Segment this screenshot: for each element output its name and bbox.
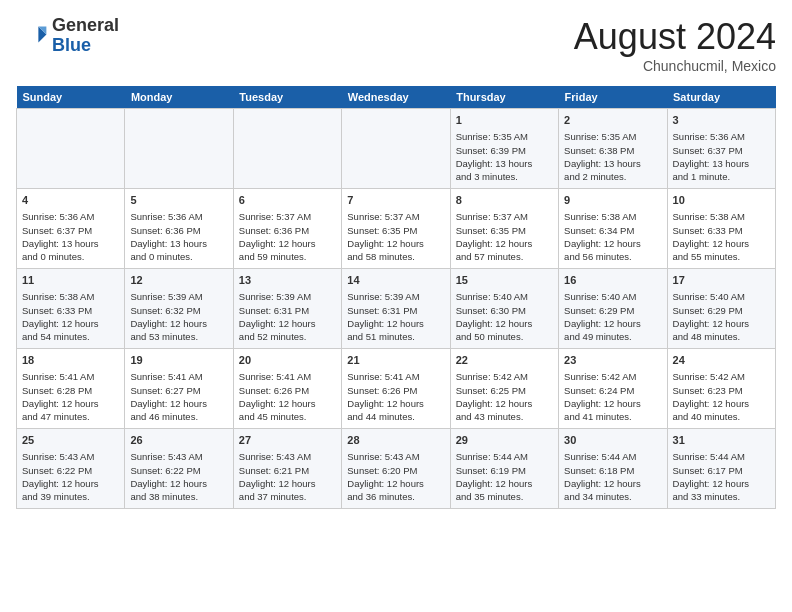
day-info-line: Daylight: 12 hours: [564, 477, 661, 490]
day-info-line: Daylight: 12 hours: [239, 317, 336, 330]
day-info-line: Daylight: 12 hours: [564, 237, 661, 250]
day-info-line: Sunrise: 5:39 AM: [239, 290, 336, 303]
day-info-line: Daylight: 12 hours: [239, 397, 336, 410]
day-info-line: Sunset: 6:20 PM: [347, 464, 444, 477]
day-info-line: Sunset: 6:21 PM: [239, 464, 336, 477]
day-info-line: Sunrise: 5:36 AM: [130, 210, 227, 223]
empty-cell: [233, 109, 341, 189]
day-info-line: and 1 minute.: [673, 170, 770, 183]
day-info-line: Sunset: 6:22 PM: [130, 464, 227, 477]
day-info-line: Sunset: 6:37 PM: [673, 144, 770, 157]
day-number: 8: [456, 193, 553, 208]
day-cell-26: 26Sunrise: 5:43 AMSunset: 6:22 PMDayligh…: [125, 429, 233, 509]
day-info-line: Daylight: 13 hours: [673, 157, 770, 170]
column-header-monday: Monday: [125, 86, 233, 109]
day-info-line: Daylight: 12 hours: [456, 237, 553, 250]
day-info-line: Sunrise: 5:38 AM: [22, 290, 119, 303]
day-number: 9: [564, 193, 661, 208]
day-number: 25: [22, 433, 119, 448]
day-info-line: Sunset: 6:19 PM: [456, 464, 553, 477]
day-number: 13: [239, 273, 336, 288]
day-info-line: Sunset: 6:24 PM: [564, 384, 661, 397]
day-info-line: and 43 minutes.: [456, 410, 553, 423]
day-info-line: Daylight: 12 hours: [673, 397, 770, 410]
day-cell-5: 5Sunrise: 5:36 AMSunset: 6:36 PMDaylight…: [125, 189, 233, 269]
day-cell-16: 16Sunrise: 5:40 AMSunset: 6:29 PMDayligh…: [559, 269, 667, 349]
day-number: 31: [673, 433, 770, 448]
day-number: 11: [22, 273, 119, 288]
day-info-line: Sunrise: 5:38 AM: [564, 210, 661, 223]
day-number: 5: [130, 193, 227, 208]
day-info-line: Sunrise: 5:36 AM: [22, 210, 119, 223]
day-number: 19: [130, 353, 227, 368]
location: Chunchucmil, Mexico: [574, 58, 776, 74]
week-row-3: 11Sunrise: 5:38 AMSunset: 6:33 PMDayligh…: [17, 269, 776, 349]
day-info-line: Daylight: 12 hours: [347, 397, 444, 410]
day-info-line: Daylight: 12 hours: [347, 237, 444, 250]
day-info-line: Sunrise: 5:39 AM: [347, 290, 444, 303]
day-number: 2: [564, 113, 661, 128]
calendar-table: SundayMondayTuesdayWednesdayThursdayFrid…: [16, 86, 776, 509]
day-info-line: Sunrise: 5:40 AM: [456, 290, 553, 303]
day-cell-17: 17Sunrise: 5:40 AMSunset: 6:29 PMDayligh…: [667, 269, 775, 349]
day-cell-27: 27Sunrise: 5:43 AMSunset: 6:21 PMDayligh…: [233, 429, 341, 509]
column-header-saturday: Saturday: [667, 86, 775, 109]
day-number: 20: [239, 353, 336, 368]
day-number: 16: [564, 273, 661, 288]
day-info-line: Sunset: 6:25 PM: [456, 384, 553, 397]
day-cell-29: 29Sunrise: 5:44 AMSunset: 6:19 PMDayligh…: [450, 429, 558, 509]
day-info-line: and 55 minutes.: [673, 250, 770, 263]
day-info-line: Sunset: 6:18 PM: [564, 464, 661, 477]
day-info-line: Sunrise: 5:40 AM: [673, 290, 770, 303]
day-cell-30: 30Sunrise: 5:44 AMSunset: 6:18 PMDayligh…: [559, 429, 667, 509]
day-info-line: Sunrise: 5:35 AM: [564, 130, 661, 143]
day-info-line: and 39 minutes.: [22, 490, 119, 503]
day-info-line: and 0 minutes.: [130, 250, 227, 263]
day-info-line: and 51 minutes.: [347, 330, 444, 343]
day-info-line: Sunrise: 5:37 AM: [239, 210, 336, 223]
day-info-line: and 35 minutes.: [456, 490, 553, 503]
column-header-tuesday: Tuesday: [233, 86, 341, 109]
day-number: 23: [564, 353, 661, 368]
day-info-line: and 41 minutes.: [564, 410, 661, 423]
day-number: 15: [456, 273, 553, 288]
day-info-line: Sunrise: 5:43 AM: [130, 450, 227, 463]
day-info-line: Sunset: 6:32 PM: [130, 304, 227, 317]
day-info-line: Sunset: 6:28 PM: [22, 384, 119, 397]
day-info-line: Daylight: 12 hours: [22, 317, 119, 330]
day-info-line: Daylight: 12 hours: [239, 477, 336, 490]
day-info-line: Sunset: 6:30 PM: [456, 304, 553, 317]
day-info-line: Daylight: 12 hours: [456, 477, 553, 490]
day-info-line: and 58 minutes.: [347, 250, 444, 263]
day-cell-8: 8Sunrise: 5:37 AMSunset: 6:35 PMDaylight…: [450, 189, 558, 269]
day-cell-13: 13Sunrise: 5:39 AMSunset: 6:31 PMDayligh…: [233, 269, 341, 349]
day-info-line: Sunset: 6:26 PM: [239, 384, 336, 397]
page-header: General Blue August 2024 Chunchucmil, Me…: [16, 16, 776, 74]
day-info-line: Sunrise: 5:41 AM: [347, 370, 444, 383]
day-info-line: and 44 minutes.: [347, 410, 444, 423]
day-cell-6: 6Sunrise: 5:37 AMSunset: 6:36 PMDaylight…: [233, 189, 341, 269]
day-info-line: Daylight: 13 hours: [564, 157, 661, 170]
week-row-2: 4Sunrise: 5:36 AMSunset: 6:37 PMDaylight…: [17, 189, 776, 269]
day-info-line: Sunset: 6:33 PM: [673, 224, 770, 237]
day-info-line: Sunset: 6:34 PM: [564, 224, 661, 237]
empty-cell: [17, 109, 125, 189]
day-cell-12: 12Sunrise: 5:39 AMSunset: 6:32 PMDayligh…: [125, 269, 233, 349]
day-cell-23: 23Sunrise: 5:42 AMSunset: 6:24 PMDayligh…: [559, 349, 667, 429]
day-info-line: Sunset: 6:29 PM: [673, 304, 770, 317]
column-header-thursday: Thursday: [450, 86, 558, 109]
day-info-line: Sunrise: 5:35 AM: [456, 130, 553, 143]
day-info-line: Sunrise: 5:43 AM: [347, 450, 444, 463]
empty-cell: [342, 109, 450, 189]
day-info-line: and 47 minutes.: [22, 410, 119, 423]
day-info-line: Sunset: 6:39 PM: [456, 144, 553, 157]
month-year: August 2024: [574, 16, 776, 58]
logo: General Blue: [16, 16, 119, 56]
day-info-line: Daylight: 12 hours: [22, 477, 119, 490]
calendar-body: 1Sunrise: 5:35 AMSunset: 6:39 PMDaylight…: [17, 109, 776, 509]
day-info-line: Sunrise: 5:42 AM: [456, 370, 553, 383]
day-cell-18: 18Sunrise: 5:41 AMSunset: 6:28 PMDayligh…: [17, 349, 125, 429]
column-header-sunday: Sunday: [17, 86, 125, 109]
day-info-line: Sunrise: 5:43 AM: [239, 450, 336, 463]
day-number: 7: [347, 193, 444, 208]
